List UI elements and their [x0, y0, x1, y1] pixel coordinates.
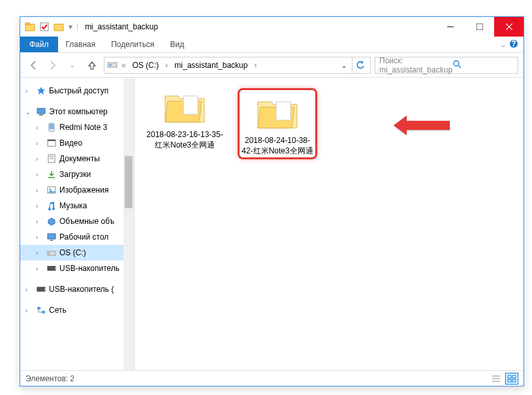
search-input[interactable]: Поиск: mi_assistant_backup — [375, 57, 518, 74]
tree-label: Redmi Note 3 — [59, 123, 107, 132]
svg-rect-44 — [512, 375, 516, 378]
folder-item-highlighted[interactable]: 2018-08-24-10-38-42-红米Note3全网通 — [238, 88, 317, 159]
path-folder[interactable]: mi_assistant_backup — [172, 61, 250, 70]
status-count: 2 — [70, 374, 74, 383]
svg-line-13 — [458, 65, 461, 68]
file-list[interactable]: 2018-08-23-16-13-35-红米Note3全网通 2018-08-2… — [134, 78, 524, 370]
status-count-label: Элементов: — [25, 374, 68, 383]
breadcrumb[interactable]: « OS (C:) › mi_assistant_backup › ⌄ — [104, 57, 371, 74]
svg-rect-14 — [37, 108, 45, 114]
network-icon — [36, 305, 46, 315]
svg-rect-2 — [40, 23, 48, 31]
svg-rect-5 — [477, 24, 483, 30]
path-drive[interactable]: OS (C:) — [130, 61, 162, 70]
properties-icon[interactable] — [53, 21, 65, 33]
chevron-right-icon[interactable]: › — [164, 61, 169, 70]
tree-label: Быстрый доступ — [49, 86, 108, 95]
tab-home[interactable]: Главная — [58, 37, 104, 52]
tree-label: Документы — [59, 154, 100, 163]
tree-label: Этот компьютер — [49, 107, 108, 116]
tree-label: Сеть — [49, 306, 67, 315]
file-menu[interactable]: Файл — [20, 37, 58, 52]
tree-item[interactable]: ›Музыка — [20, 198, 134, 213]
tree-quick-access[interactable]: › Быстрый доступ — [20, 83, 134, 99]
nav-tree: › Быстрый доступ ⌄ Этот компьютер ›Redmi… — [20, 78, 134, 370]
chevron-right-icon[interactable]: › — [253, 61, 258, 70]
svg-rect-27 — [50, 240, 53, 241]
tree-label: OS (C:) — [59, 248, 86, 257]
svg-rect-15 — [39, 114, 43, 116]
ribbon-tabs: Файл Главная Поделиться Вид ⌵ ? — [20, 37, 524, 53]
tree-item[interactable]: ›Изображения — [20, 182, 134, 198]
tree-usb2[interactable]: ›USB-накопитель ( — [20, 281, 134, 297]
svg-rect-1 — [25, 23, 29, 25]
svg-rect-43 — [508, 375, 511, 378]
up-button[interactable] — [84, 57, 100, 73]
tree-network[interactable]: ›Сеть — [20, 302, 134, 318]
drive-icon — [46, 247, 57, 258]
tree-item-os-c[interactable]: ›OS (C:) — [20, 245, 134, 261]
svg-rect-17 — [50, 124, 54, 129]
folder-item[interactable]: 2018-08-23-16-13-35-红米Note3全网通 — [145, 88, 225, 150]
folder-icon — [254, 94, 301, 132]
view-icons-button[interactable] — [505, 373, 518, 385]
recent-dropdown[interactable]: ⌄ — [65, 57, 80, 73]
minimize-button[interactable] — [435, 17, 465, 37]
tree-this-pc[interactable]: ⌄ Этот компьютер — [20, 104, 134, 119]
phone-icon — [46, 122, 57, 133]
tree-item[interactable]: ›Redmi Note 3 — [20, 119, 134, 135]
back-button[interactable] — [25, 57, 41, 73]
documents-icon — [46, 153, 57, 164]
search-placeholder: Поиск: mi_assistant_backup — [379, 56, 452, 74]
tab-view[interactable]: Вид — [162, 37, 192, 52]
tree-item[interactable]: ›Объемные объ — [20, 213, 134, 229]
svg-rect-32 — [37, 287, 45, 291]
path-dropdown-icon[interactable]: ⌄ — [339, 61, 349, 70]
pc-icon — [36, 106, 46, 117]
maximize-button[interactable] — [465, 17, 494, 37]
sidebar-scrollbar[interactable] — [123, 78, 134, 370]
refresh-button[interactable] — [352, 57, 368, 73]
folder-icon — [161, 88, 208, 126]
ribbon-expand-icon[interactable]: ⌵ — [501, 41, 505, 48]
tree-label: Изображения — [59, 185, 108, 195]
folder-name: 2018-08-24-10-38-42-红米Note3全网通 — [241, 136, 314, 156]
folder-icon — [24, 21, 36, 33]
svg-point-12 — [454, 61, 459, 66]
address-bar: ⌄ « OS (C:) › mi_assistant_backup › ⌄ По… — [20, 53, 524, 78]
svg-rect-31 — [55, 267, 56, 270]
tree-item[interactable]: ›Рабочий стол — [20, 229, 134, 245]
svg-rect-26 — [48, 234, 55, 239]
drive-icon — [107, 59, 117, 71]
downloads-icon — [46, 169, 57, 180]
close-button[interactable] — [494, 17, 524, 37]
view-details-button[interactable] — [490, 373, 503, 385]
tree-item[interactable]: ›Документы — [20, 151, 134, 166]
quick-access-icon[interactable] — [39, 21, 50, 33]
svg-rect-29 — [48, 253, 50, 254]
tree-item[interactable]: ›USB-накопитель — [20, 261, 134, 276]
svg-rect-45 — [508, 379, 511, 382]
explorer-window: ▾ | mi_assistant_backup Файл Главная Под… — [20, 16, 524, 387]
svg-rect-46 — [512, 379, 516, 382]
svg-rect-19 — [48, 140, 55, 141]
pictures-icon — [46, 185, 57, 195]
svg-rect-34 — [37, 307, 40, 309]
status-bar: Элементов: 2 — [20, 370, 524, 386]
usb-icon — [46, 263, 57, 274]
3d-icon — [46, 216, 57, 227]
tree-item[interactable]: ›Видео — [20, 135, 134, 151]
video-icon — [46, 138, 57, 148]
search-icon[interactable] — [452, 59, 514, 71]
chevron-icon[interactable]: « — [120, 61, 127, 70]
help-icon[interactable]: ? — [509, 39, 518, 50]
window-title: mi_assistant_backup — [85, 22, 158, 31]
forward-button[interactable] — [45, 57, 61, 73]
desktop-icon — [46, 232, 57, 242]
tree-item[interactable]: ›Загрузки — [20, 166, 134, 182]
usb-icon — [36, 284, 46, 294]
tab-share[interactable]: Поделиться — [103, 37, 162, 52]
annotation-arrow — [392, 116, 451, 135]
star-icon — [36, 86, 46, 96]
svg-rect-39 — [276, 102, 290, 120]
